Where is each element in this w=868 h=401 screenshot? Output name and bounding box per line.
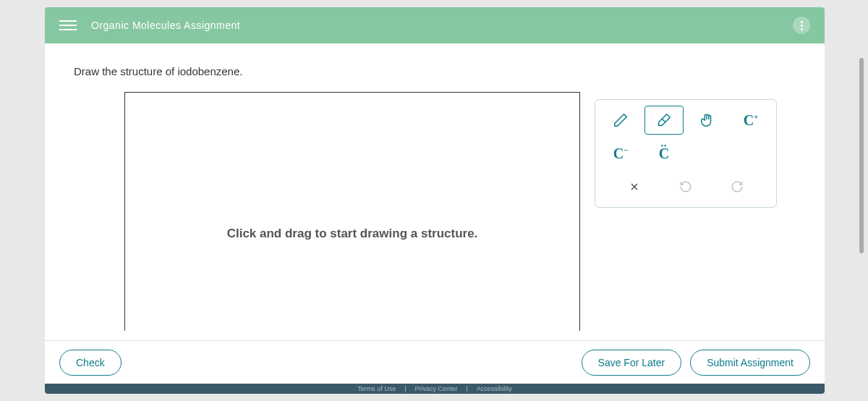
redo-button[interactable] <box>726 175 749 198</box>
tool-panel: C+ C− ••C <box>595 99 777 208</box>
c-minus-sup: − <box>624 145 628 154</box>
content-area: Draw the structure of iodobenzene. Click… <box>45 43 825 340</box>
c-radical-dots: •• <box>661 142 667 149</box>
undo-icon <box>679 180 692 193</box>
redo-icon <box>731 180 744 193</box>
eraser-tool[interactable] <box>644 106 684 135</box>
undo-button[interactable] <box>674 175 697 198</box>
check-button[interactable]: Check <box>59 350 122 376</box>
canvas-placeholder-text: Click and drag to start drawing a struct… <box>227 181 478 243</box>
save-for-later-button[interactable]: Save For Later <box>582 350 682 376</box>
assignment-title: Organic Molecules Assignment <box>91 20 240 31</box>
pencil-tool[interactable] <box>601 106 640 135</box>
legal-footer: Terms of Use | Privacy Center | Accessib… <box>45 384 825 394</box>
pencil-icon <box>613 112 629 128</box>
question-prompt: Draw the structure of iodobenzene. <box>74 65 796 77</box>
carbon-radical-tool[interactable]: ••C <box>644 139 684 168</box>
c-plus-label: C <box>744 112 754 128</box>
drawing-canvas[interactable]: Click and drag to start drawing a struct… <box>124 92 580 331</box>
c-plus-sup: + <box>754 112 758 121</box>
accessibility-link[interactable]: Accessibility <box>477 385 512 392</box>
drawing-area: Click and drag to start drawing a struct… <box>124 92 775 331</box>
privacy-link[interactable]: Privacy Center <box>414 385 457 392</box>
eraser-icon <box>656 112 672 128</box>
close-icon <box>629 181 640 193</box>
app-header: Organic Molecules Assignment <box>45 7 825 43</box>
carbon-minus-tool[interactable]: C− <box>601 139 640 168</box>
hand-icon <box>699 112 715 128</box>
submit-assignment-button[interactable]: Submit Assignment <box>690 350 810 376</box>
terms-link[interactable]: Terms of Use <box>357 385 396 392</box>
footer-bar: Check Save For Later Submit Assignment <box>45 340 825 384</box>
carbon-plus-tool[interactable]: C+ <box>731 106 770 135</box>
move-tool[interactable] <box>688 106 727 135</box>
clear-button[interactable] <box>623 175 646 198</box>
more-options-icon[interactable] <box>793 17 810 34</box>
scrollbar[interactable] <box>859 58 864 253</box>
c-minus-label: C <box>613 145 624 161</box>
hamburger-menu-icon[interactable] <box>59 17 77 34</box>
